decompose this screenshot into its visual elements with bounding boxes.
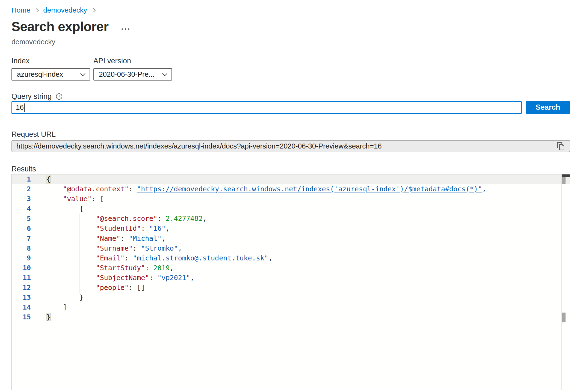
code-token	[46, 274, 96, 282]
code-line: "Email": "michal.stromko@.student.tuke.s…	[46, 253, 561, 263]
code-token: ,	[268, 254, 273, 262]
code-token: :	[133, 244, 141, 252]
code-line: {	[46, 174, 561, 184]
text-caret	[24, 103, 25, 112]
request-url-label: Request URL	[11, 130, 56, 139]
code-token: ,	[178, 244, 182, 252]
code-token: ,	[190, 274, 194, 282]
code-token: "Michal"	[129, 234, 161, 242]
code-token: "vp2021"	[157, 274, 190, 282]
line-number: 10	[12, 263, 46, 273]
code-token	[46, 195, 63, 203]
request-url-value: https://demovedecky.search.windows.net/i…	[16, 142, 382, 150]
page-title: Search explorer	[11, 19, 108, 34]
code-line: "StudentId": "16",	[46, 224, 561, 233]
scrollbar-cursor-marker	[562, 174, 570, 177]
title-row: Search explorer	[11, 19, 129, 34]
query-row: 16 Search	[11, 101, 570, 114]
code-line: "Name": "Michal",	[46, 234, 561, 243]
code-line: "value": [	[46, 194, 561, 204]
index-label: Index	[11, 57, 90, 65]
code-token: "@search.score"	[96, 215, 158, 222]
more-options-icon[interactable]	[122, 28, 129, 30]
code-line: "@search.score": 2.4277482,	[46, 214, 561, 224]
query-label-row: Query string i	[11, 92, 62, 101]
api-version-dropdown[interactable]: 2020-06-30-Pre...	[93, 68, 172, 81]
results-gutter: 123456789101112131415	[12, 174, 46, 390]
code-token	[46, 264, 96, 272]
code-token: :	[141, 224, 149, 232]
code-token: "StudentId"	[96, 224, 141, 232]
code-token: :	[129, 185, 137, 193]
code-line: }	[46, 312, 561, 322]
line-number: 4	[12, 204, 46, 214]
code-token: "Stromko"	[141, 244, 178, 252]
query-string-label: Query string	[11, 92, 52, 101]
line-number: 9	[12, 253, 46, 263]
indent-guide	[63, 204, 63, 302]
code-token: {	[46, 175, 51, 183]
code-token	[46, 224, 96, 232]
line-number: 5	[12, 214, 46, 224]
line-number: 13	[12, 293, 46, 302]
code-token	[46, 215, 96, 222]
info-icon[interactable]: i	[56, 93, 62, 100]
code-token: "value"	[63, 195, 91, 203]
code-token: ]	[46, 303, 67, 311]
code-token: "16"	[149, 224, 165, 232]
code-token: :	[157, 215, 165, 222]
index-dropdown-value: azuresql-index	[17, 70, 63, 79]
line-number: 15	[12, 312, 46, 322]
breadcrumb-home-link[interactable]: Home	[11, 6, 30, 14]
api-version-field: API version 2020-06-30-Pre...	[93, 57, 172, 81]
code-token: ,	[482, 185, 486, 193]
api-version-label: API version	[93, 57, 172, 65]
code-token: "Surname"	[96, 244, 133, 252]
index-dropdown[interactable]: azuresql-index	[11, 68, 90, 81]
results-editor[interactable]: 123456789101112131415 { "@odata.context"…	[11, 174, 570, 390]
search-button[interactable]: Search	[526, 101, 570, 114]
code-token: "michal.stromko@.student.tuke.sk"	[133, 254, 268, 262]
chevron-down-icon	[80, 71, 85, 76]
code-token: :	[125, 254, 133, 262]
code-token: ,	[203, 215, 207, 222]
code-line: "people": []	[46, 283, 561, 293]
line-number: 1	[12, 174, 46, 184]
code-token	[46, 244, 96, 252]
code-line: ]	[46, 302, 561, 312]
query-string-value: 16	[16, 103, 24, 112]
scrollbar-track	[561, 174, 562, 390]
controls-row: Index azuresql-index API version 2020-06…	[11, 57, 172, 81]
code-token: 2.4277482	[166, 215, 203, 222]
line-number: 6	[12, 224, 46, 233]
code-token: "SubjectName"	[96, 274, 149, 282]
odata-context-link[interactable]: "https://demovedecky.search.windows.net/…	[137, 185, 482, 193]
code-token: }	[46, 313, 51, 321]
code-token: }	[46, 293, 83, 301]
line-number: 14	[12, 302, 46, 312]
code-token: ,	[161, 234, 165, 242]
breadcrumb-demovedecky-link[interactable]: demovedecky	[43, 6, 87, 14]
query-string-input[interactable]: 16	[11, 101, 522, 114]
code-token: "people"	[96, 284, 129, 292]
code-token: "Email"	[96, 254, 125, 262]
results-label: Results	[11, 165, 36, 173]
chevron-down-icon	[162, 71, 167, 76]
code-line: "StartStudy": 2019,	[46, 263, 561, 273]
copy-button[interactable]	[557, 142, 565, 151]
scrollbar-thumb[interactable]	[562, 177, 566, 184]
results-code: { "@odata.context": "https://demovedecky…	[46, 174, 561, 322]
code-token: ,	[170, 264, 174, 272]
code-token: "@odata.context"	[63, 185, 129, 193]
copy-icon	[557, 142, 565, 151]
line-number: 7	[12, 234, 46, 243]
line-number: 8	[12, 243, 46, 253]
code-line: "Surname": "Stromko",	[46, 243, 561, 253]
code-token: "Name"	[96, 234, 120, 242]
code-line: }	[46, 293, 561, 302]
page-subtitle: demovedecky	[11, 38, 55, 46]
code-token: ,	[166, 224, 170, 232]
request-url-bar: https://demovedecky.search.windows.net/i…	[11, 140, 570, 152]
code-token: "StartStudy"	[96, 264, 145, 272]
code-token	[46, 234, 96, 242]
